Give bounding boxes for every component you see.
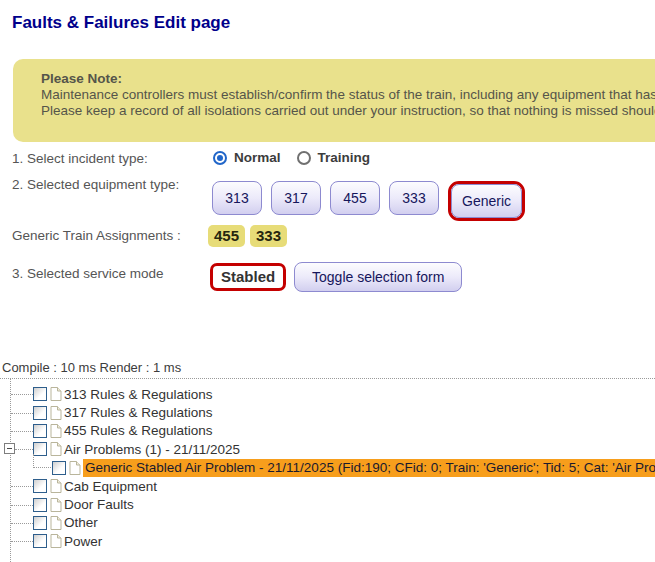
service-mode-label: 3. Selected service mode xyxy=(12,266,164,281)
document-icon xyxy=(50,424,62,438)
document-icon xyxy=(50,387,62,401)
tree-row-cab-equipment: Cab Equipment xyxy=(0,477,655,495)
tree-row-air-problems: Air Problems (1) - 21/11/2025 xyxy=(0,440,655,458)
tree-item-label[interactable]: Door Faults xyxy=(64,497,134,512)
tree-connector xyxy=(11,486,33,487)
tree-checkbox[interactable] xyxy=(52,461,66,475)
service-mode-row: Stabled Toggle selection form xyxy=(210,262,462,292)
document-icon xyxy=(50,516,62,530)
document-icon xyxy=(50,498,62,512)
document-icon xyxy=(50,442,62,456)
equipment-button-333[interactable]: 333 xyxy=(389,181,439,215)
tree-row-power: Power xyxy=(0,532,655,550)
radio-normal-label: Normal xyxy=(234,150,281,165)
tree-checkbox[interactable] xyxy=(33,534,47,548)
selected-equipment-ring: Generic xyxy=(448,181,525,221)
tree-checkbox[interactable] xyxy=(33,498,47,512)
tree-checkbox[interactable] xyxy=(33,387,47,401)
document-icon xyxy=(50,479,62,493)
note-heading: Please Note: xyxy=(41,71,655,87)
tree-connector xyxy=(11,523,33,524)
equipment-button-317[interactable]: 317 xyxy=(271,181,321,215)
toggle-selection-form-button[interactable]: Toggle selection form xyxy=(294,262,462,292)
radio-training[interactable] xyxy=(297,151,311,165)
tree-row-generic-stabled-air-problem: Generic Stabled Air Problem - 21/11/2025… xyxy=(0,459,655,477)
tree-connector xyxy=(15,449,33,450)
radio-normal[interactable] xyxy=(213,151,227,165)
note-box: Please Note: Maintenance controllers mus… xyxy=(13,59,655,142)
equipment-button-313[interactable]: 313 xyxy=(212,181,262,215)
equipment-button-455[interactable]: 455 xyxy=(330,181,380,215)
tree-item-label[interactable]: 313 Rules & Regulations xyxy=(64,387,213,402)
equipment-button-row: 313 317 455 333 Generic xyxy=(212,181,525,221)
tree-checkbox[interactable] xyxy=(33,516,47,530)
note-line-1: Maintenance controllers must establish/c… xyxy=(41,87,655,103)
document-icon xyxy=(69,461,81,475)
equipment-button-generic[interactable]: Generic xyxy=(451,184,522,218)
assignment-badge-455: 455 xyxy=(208,225,245,247)
document-icon xyxy=(50,406,62,420)
tree-connector xyxy=(11,413,33,414)
tree-checkbox[interactable] xyxy=(33,479,47,493)
tree-item-label-highlighted[interactable]: Generic Stabled Air Problem - 21/11/2025… xyxy=(83,459,655,477)
tree-connector xyxy=(11,431,33,432)
incident-type-radio-group: Normal Training xyxy=(213,150,370,165)
assignments-label: Generic Train Assignments : xyxy=(12,228,181,243)
tree-checkbox[interactable] xyxy=(33,406,47,420)
radio-training-label: Training xyxy=(318,150,371,165)
tree-row-door-faults: Door Faults xyxy=(0,495,655,513)
tree-connector xyxy=(11,505,33,506)
tree-item-label[interactable]: Power xyxy=(64,534,102,549)
incident-type-label: 1. Select incident type: xyxy=(12,151,148,166)
tree-connector xyxy=(11,394,33,395)
tree-row-313-rules: 313 Rules & Regulations xyxy=(0,385,655,403)
tree-item-label[interactable]: Air Problems (1) - 21/11/2025 xyxy=(64,442,240,457)
fault-tree: 313 Rules & Regulations 317 Rules & Regu… xyxy=(0,378,655,562)
faults-failures-edit-page: Faults & Failures Edit page Please Note:… xyxy=(0,0,655,562)
assignment-badges: 455 333 xyxy=(208,225,287,247)
tree-checkbox[interactable] xyxy=(33,424,47,438)
tree-row-other: Other xyxy=(0,514,655,532)
collapse-icon[interactable] xyxy=(4,443,15,454)
tree-item-label[interactable]: Other xyxy=(64,515,98,530)
tree-item-label[interactable]: Cab Equipment xyxy=(64,479,157,494)
tree-item-label[interactable]: 317 Rules & Regulations xyxy=(64,405,213,420)
service-mode-value: Stabled xyxy=(210,263,286,291)
tree-connector xyxy=(33,454,51,468)
page-title: Faults & Failures Edit page xyxy=(12,13,230,33)
assignment-badge-333: 333 xyxy=(250,225,287,247)
compile-render-stats: Compile : 10 ms Render : 1 ms xyxy=(2,360,181,375)
tree-row-317-rules: 317 Rules & Regulations xyxy=(0,403,655,421)
tree-row-455-rules: 455 Rules & Regulations xyxy=(0,422,655,440)
tree-connector xyxy=(11,541,33,542)
equipment-type-label: 2. Selected equipment type: xyxy=(12,177,179,192)
note-line-2: Please keep a record of all isolations c… xyxy=(41,103,655,119)
document-icon xyxy=(50,534,62,548)
tree-item-label[interactable]: 455 Rules & Regulations xyxy=(64,423,213,438)
